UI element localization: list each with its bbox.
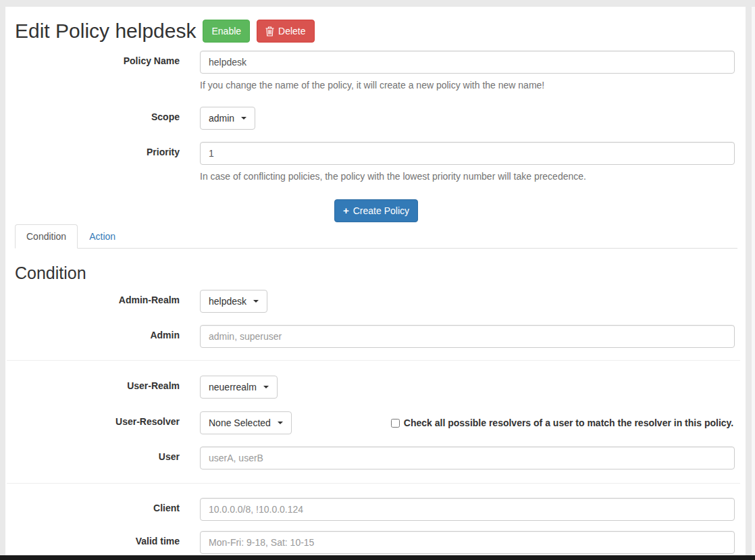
create-policy-button[interactable]: + Create Policy xyxy=(334,199,418,222)
user-resolver-dropdown[interactable]: None Selected xyxy=(200,411,292,434)
user-realm-dropdown-value: neuerrealm xyxy=(209,380,257,394)
enable-button-label: Enable xyxy=(211,24,241,38)
page-title: Edit Policy helpdesk Enable Delete xyxy=(15,20,737,43)
condition-heading: Condition xyxy=(15,263,737,283)
right-margin-strip xyxy=(752,7,755,555)
policy-name-help: If you change the name of the policy, it… xyxy=(200,78,735,92)
page: Edit Policy helpdesk Enable Delete Polic… xyxy=(0,0,755,560)
admin-label: Admin xyxy=(15,325,180,340)
admin-realm-dropdown[interactable]: helpdesk xyxy=(200,290,267,313)
policy-name-label: Policy Name xyxy=(15,51,180,66)
scope-dropdown[interactable]: admin xyxy=(200,107,255,130)
tab-condition[interactable]: Condition xyxy=(15,224,78,249)
caret-down-icon xyxy=(263,386,269,388)
enable-button[interactable]: Enable xyxy=(203,20,250,43)
caret-down-icon xyxy=(241,117,246,120)
scope-dropdown-value: admin xyxy=(209,111,234,125)
admin-realm-dropdown-value: helpdesk xyxy=(209,295,246,308)
priority-label: Priority xyxy=(15,142,180,157)
tab-action[interactable]: Action xyxy=(78,224,127,249)
user-resolver-dropdown-value: None Selected xyxy=(209,416,271,430)
policy-tabs: Condition Action xyxy=(15,224,737,249)
priority-input[interactable] xyxy=(200,142,735,165)
caret-down-icon xyxy=(253,300,259,303)
section-divider xyxy=(7,360,740,361)
valid-time-label: Valid time xyxy=(15,531,180,546)
content-panel: Edit Policy helpdesk Enable Delete Polic… xyxy=(5,7,746,555)
check-all-resolvers-label: Check all possible resolvers of a user t… xyxy=(404,417,733,428)
page-title-text: Edit Policy helpdesk xyxy=(15,20,196,43)
bottom-bar xyxy=(0,555,755,560)
create-policy-button-label: Create Policy xyxy=(353,204,409,218)
delete-button-label: Delete xyxy=(278,24,305,38)
priority-help: In case of conflicting policies, the pol… xyxy=(200,170,735,183)
admin-input[interactable] xyxy=(200,325,735,348)
caret-down-icon xyxy=(278,422,283,424)
user-resolver-label: User-Resolver xyxy=(15,411,180,427)
section-divider xyxy=(7,483,740,484)
user-input[interactable] xyxy=(200,447,735,469)
user-realm-dropdown[interactable]: neuerrealm xyxy=(200,376,278,399)
plus-icon: + xyxy=(343,206,349,215)
scope-label: Scope xyxy=(15,107,180,122)
admin-realm-label: Admin-Realm xyxy=(15,290,180,305)
check-all-resolvers-checkbox[interactable] xyxy=(391,419,400,428)
policy-name-input[interactable] xyxy=(200,51,735,74)
delete-button[interactable]: Delete xyxy=(257,20,314,43)
trash-icon xyxy=(265,26,274,36)
valid-time-input[interactable] xyxy=(200,531,735,554)
client-input[interactable] xyxy=(200,498,735,521)
client-label: Client xyxy=(15,498,180,513)
user-label: User xyxy=(15,447,180,462)
user-realm-label: User-Realm xyxy=(15,376,180,391)
